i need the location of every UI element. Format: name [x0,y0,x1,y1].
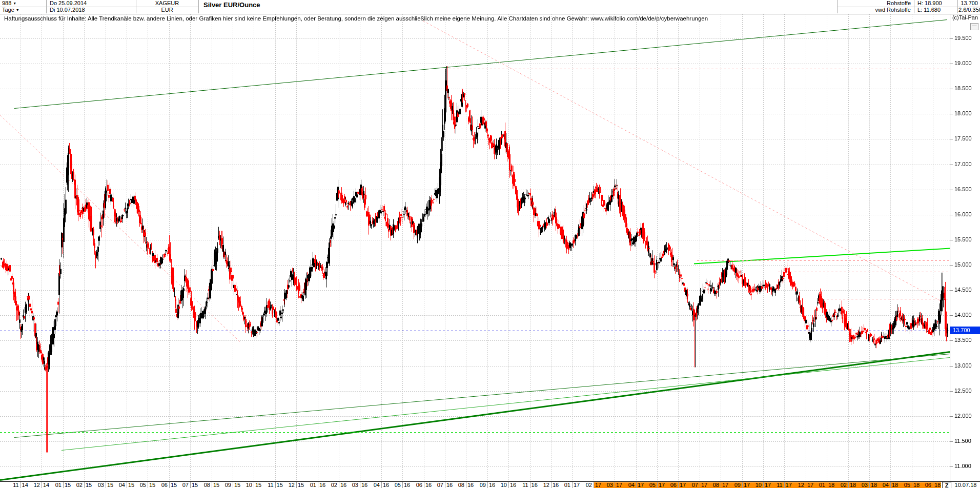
price-tick-label: 12.500 [954,388,972,394]
price-tick-label: 13.500 [954,337,972,343]
price-tick-label: 11.500 [954,438,971,444]
taipan-chart-window: { "header": { "bars_count": "988", "peri… [0,0,980,488]
month-label: 0917 [731,482,753,488]
last-price-marker: 13.700 [950,327,980,334]
minimize-icon[interactable]: — [970,23,978,30]
month-label: 0116 [307,482,329,488]
disclaimer-text: Haftungsausschluss für Inhalte: Alle Tre… [4,15,708,22]
price-tick-label: 17.000 [954,161,972,167]
month-label: 1214 [30,482,53,488]
date-to-field[interactable]: Di 10.07.2018 [50,7,87,13]
header-divider [198,0,199,13]
period-dropdown[interactable]: Tage▼ [2,7,19,13]
month-label: 0616 [413,482,435,488]
month-label: 0217 [582,482,605,488]
change-label: 2.6/0.350 [958,7,978,13]
month-label: 0415 [115,482,138,488]
chart-title: Silver EUR/Ounce [203,1,260,9]
month-label: 0916 [476,482,499,488]
header-row-divider [837,7,980,7]
month-label: 1217 [794,482,817,488]
price-tick-label: 17.500 [954,135,972,141]
month-label: 0716 [434,482,456,488]
cursor-date-label: 10.07.18 [952,482,979,488]
month-label: 0816 [455,482,477,488]
price-tick-label: 16.500 [954,186,972,192]
header-row-divider [0,7,198,7]
month-label: 0215 [73,482,95,488]
low-label: L: 11.680 [917,7,954,13]
month-label: 0615 [158,482,180,488]
month-label: 1117 [773,482,795,488]
month-label: 0817 [709,482,732,488]
month-label: 0617 [667,482,689,488]
price-tick-label: 19.000 [954,60,972,66]
chevron-down-icon: ▼ [13,0,16,7]
date-axis: 1114121401150215031504150515061507150815… [0,481,980,488]
month-label: 0315 [94,482,117,488]
month-label: 1016 [497,482,520,488]
month-label: 0815 [200,482,223,488]
month-label: 0216 [328,482,350,488]
month-label: 0316 [349,482,371,488]
price-tick-label: 14.500 [954,287,972,293]
price-tick-label: 11.000 [954,463,971,469]
month-label: 0915 [221,482,244,488]
price-tick-label: 13.000 [954,362,972,369]
month-label: 0715 [179,482,201,488]
price-tick-label: 12.000 [954,413,972,419]
last-price-label: 13.700 [958,0,978,7]
month-label: 0118 [815,482,838,488]
month-label: 0418 [879,482,902,488]
month-label: 0515 [136,482,159,488]
month-label: 0516 [391,482,414,488]
month-label: 0115 [52,482,74,488]
month-label: 0417 [625,482,647,488]
month-label: 0518 [901,482,923,488]
category-label: Rohstoffe [839,0,911,7]
month-label: 0717 [688,482,711,488]
price-tick-label: 19.500 [954,35,972,41]
price-tick-label: 18.000 [954,110,972,116]
month-label: 1115 [264,482,287,488]
price-tick-label: 15.500 [954,236,972,242]
chart-canvas[interactable] [0,0,980,488]
month-label: 0618 [922,482,944,488]
month-label: 1215 [285,482,308,488]
month-label: 1114 [9,482,32,488]
price-tick-label: 18.500 [954,85,972,91]
copyright-label: (c)Tai-Pan [952,14,978,21]
month-label: 0416 [370,482,393,488]
header-bar: 988▼ Tage▼ Do 25.09.2014 Di 10.07.2018 X… [0,0,980,14]
month-label: 1017 [752,482,774,488]
month-label: 0218 [837,482,860,488]
month-label: 0517 [646,482,668,488]
month-label: 0318 [858,482,881,488]
month-label: 1116 [519,482,541,488]
currency-label: EUR [137,7,197,13]
month-label: 0317 [603,482,626,488]
price-tick-label: 15.000 [954,261,972,268]
price-tick-label: 14.000 [954,312,972,318]
high-label: H: 18.900 [917,0,954,7]
date-from-field[interactable]: Do 25.09.2014 [50,0,87,7]
month-label: 1015 [242,482,265,488]
symbol-label: XAGEUR [137,0,197,7]
month-label: 1216 [540,482,562,488]
price-tick-label: 16.000 [954,211,972,217]
chevron-down-icon: ▼ [16,7,19,13]
bars-count-dropdown[interactable]: 988▼ [2,0,19,7]
month-label: 0117 [561,482,583,488]
provider-label: vwd Rohstoffe [839,7,911,13]
